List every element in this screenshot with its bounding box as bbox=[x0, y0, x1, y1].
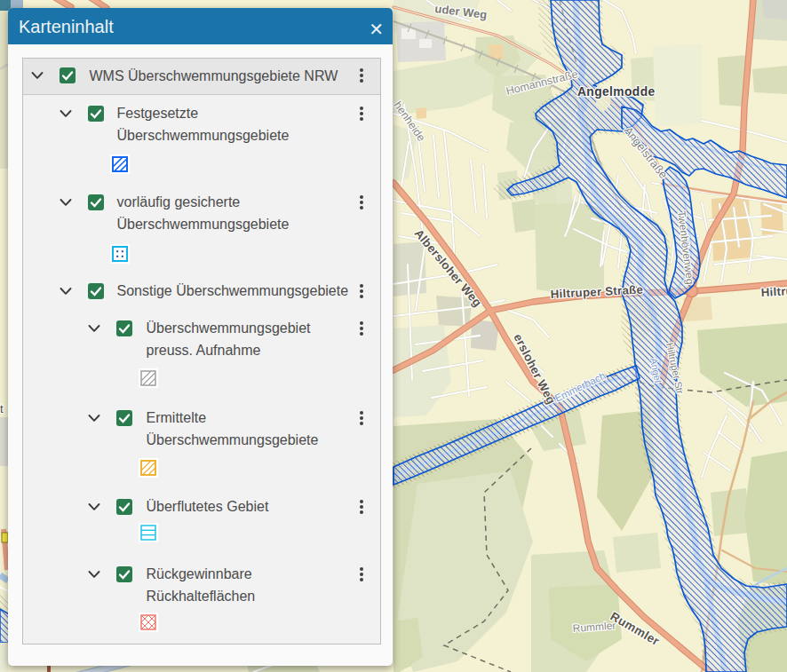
svg-text:Hiltru: Hiltru bbox=[760, 284, 787, 299]
svg-text:Angelmodde: Angelmodde bbox=[577, 85, 656, 99]
svg-text:t: t bbox=[0, 402, 4, 415]
